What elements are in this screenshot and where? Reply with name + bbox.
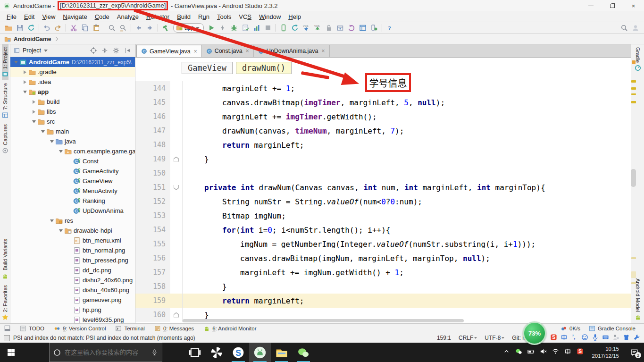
tree-item--idea[interactable]: .idea bbox=[10, 77, 135, 87]
collapse-all-icon[interactable] bbox=[100, 46, 109, 55]
taskbar-app-task-view[interactable] bbox=[184, 343, 206, 362]
find-button[interactable] bbox=[106, 23, 117, 33]
tree-item--gradle[interactable]: .gradle bbox=[10, 67, 135, 77]
code-line-157[interactable]: 157marginLeft += imgNum.getWidth() + 1; bbox=[135, 265, 631, 279]
smiley-button[interactable] bbox=[581, 334, 588, 342]
start-button[interactable] bbox=[0, 343, 22, 362]
toolwindow-button-todo[interactable]: TODO bbox=[20, 325, 44, 332]
code-line-156[interactable]: 156canvas.drawBitmap(imgNum, marginLeft,… bbox=[135, 251, 631, 265]
tree-item-libs[interactable]: libs bbox=[10, 107, 135, 117]
tree-item-drawable-hdpi[interactable]: drawable-hdpi bbox=[10, 226, 135, 236]
avd-button[interactable] bbox=[278, 23, 289, 33]
editor-scrollbar-thumb[interactable] bbox=[631, 169, 636, 187]
cut-button[interactable] bbox=[68, 23, 79, 33]
action-center-button[interactable]: 2 bbox=[627, 348, 641, 356]
back-button[interactable] bbox=[133, 23, 144, 33]
code-line-146[interactable]: 146marginLeft += imgTimer.getWidth(); bbox=[135, 109, 631, 124]
stripe-button-build-variants[interactable]: Build Variants bbox=[2, 236, 8, 282]
menu-tools[interactable]: Tools bbox=[213, 12, 235, 21]
lightning-button[interactable] bbox=[217, 23, 228, 33]
status-message[interactable]: PSI and index do not match: PSI and inde… bbox=[13, 335, 195, 341]
coverage-button[interactable] bbox=[240, 23, 251, 33]
toolwindow-button-messages[interactable]: 0: Messages bbox=[154, 325, 194, 332]
vcs-down-button[interactable]: VCS bbox=[301, 23, 312, 33]
stop-button[interactable] bbox=[262, 23, 274, 33]
tree-item-btn-pressed-png[interactable]: btn_pressed.png bbox=[10, 255, 135, 265]
menu-view[interactable]: View bbox=[38, 12, 59, 21]
hammer-button[interactable] bbox=[160, 23, 171, 33]
tree-item-dd-dc-png[interactable]: dd_dc.png bbox=[10, 265, 135, 275]
settings-gear-icon[interactable] bbox=[111, 46, 121, 55]
stripe-button-captures[interactable]: Captures bbox=[2, 121, 8, 157]
tree-item-main[interactable]: main bbox=[10, 126, 135, 136]
toolwindow-button-android-monitor[interactable]: 6: Android Monitor bbox=[203, 325, 256, 332]
fold-marker[interactable] bbox=[174, 157, 179, 162]
sync-button[interactable] bbox=[289, 23, 301, 33]
editor-tab-gameview-java[interactable]: CGameView.java× bbox=[136, 45, 202, 57]
ime-zh-blue-button[interactable] bbox=[560, 334, 568, 342]
copy-button[interactable] bbox=[79, 23, 91, 33]
code-line-155[interactable]: 155imgNum = getNumberImg(Integer.valueOf… bbox=[135, 237, 631, 251]
toolwindow-button-version-control[interactable]: 9: Version Control bbox=[54, 325, 106, 332]
tree-item-androidgame[interactable]: AndroidGameD:\20162311_zzr_exp5\ bbox=[10, 57, 135, 67]
stripe-button-7-structure[interactable]: 7: Structure bbox=[2, 80, 8, 121]
vcs-up-button[interactable]: VCS bbox=[312, 23, 323, 33]
menu-file[interactable]: File bbox=[3, 12, 20, 21]
editor-crumb-drawnum-[interactable]: drawNum() bbox=[236, 62, 292, 74]
taskbar-clock[interactable]: 10:15 2017/12/15 bbox=[592, 345, 619, 359]
toolwindow-toggle-icon[interactable] bbox=[4, 325, 10, 332]
keyboard-button[interactable] bbox=[602, 334, 609, 342]
tree-item-hp-png[interactable]: hp.png bbox=[10, 305, 135, 315]
code-line-152[interactable]: 152String numStr = String.valueOf(num<0?… bbox=[135, 194, 631, 209]
tree-item-ranking[interactable]: CRanking bbox=[10, 196, 135, 206]
tray-battery-button[interactable] bbox=[527, 348, 535, 357]
taskbar-app-sogou-browser[interactable]: S bbox=[227, 343, 249, 362]
status-message-icon[interactable] bbox=[4, 335, 10, 341]
locate-icon[interactable] bbox=[89, 46, 98, 55]
sogou-s-button[interactable]: S bbox=[550, 334, 557, 342]
profile-button[interactable] bbox=[251, 23, 262, 33]
toolwindow-button-0k-s[interactable]: 0K/s bbox=[560, 325, 580, 332]
forward-button[interactable] bbox=[144, 23, 156, 33]
tree-item-res[interactable]: res bbox=[10, 216, 135, 226]
tree-item-level69x35-png[interactable]: level69x35.png bbox=[10, 315, 135, 323]
tab-close-icon[interactable]: × bbox=[194, 48, 197, 55]
paste-button[interactable] bbox=[91, 23, 102, 33]
mic-button[interactable] bbox=[592, 334, 599, 342]
project-view-dropdown-icon[interactable] bbox=[44, 50, 48, 52]
editor-crumb-gameview[interactable]: GameView bbox=[182, 62, 233, 74]
taskbar-app-pinwheel[interactable] bbox=[206, 343, 227, 362]
menu-edit[interactable]: Edit bbox=[20, 12, 38, 21]
stripe-button-2-favorites[interactable]: 2: Favorites bbox=[2, 282, 8, 323]
avatar-button[interactable] bbox=[630, 23, 641, 33]
code-editor-area[interactable]: GameViewdrawNum() 144marginLeft += 1;145… bbox=[135, 58, 631, 323]
tree-item-gameactivity[interactable]: CGameActivity bbox=[10, 166, 135, 176]
close-button[interactable]: × bbox=[623, 0, 644, 11]
code-line-153[interactable]: 153Bitmap imgNum; bbox=[135, 209, 631, 223]
passport-button[interactable] bbox=[612, 334, 619, 342]
breadcrumb[interactable]: AndroidGame bbox=[14, 36, 51, 42]
code-line-148[interactable]: 148return marginLeft; bbox=[135, 138, 631, 152]
tree-item-menuactivity[interactable]: CMenuActivity bbox=[10, 186, 135, 196]
menu-help[interactable]: Help bbox=[284, 12, 305, 21]
restore-button[interactable] bbox=[602, 0, 623, 11]
sdk-button[interactable] bbox=[335, 23, 346, 33]
code-line-147[interactable]: 147drawNum(canvas, timeNum, marginLeft, … bbox=[135, 124, 631, 138]
menu-window[interactable]: Window bbox=[255, 12, 284, 21]
code-line-145[interactable]: 145canvas.drawBitmap(imgTimer, marginLef… bbox=[135, 95, 631, 109]
code-line-159[interactable]: 159return marginLeft; bbox=[135, 294, 631, 308]
toolwindow-button-terminal[interactable]: Terminal bbox=[115, 325, 144, 332]
tray-sogou-s-tray-button[interactable]: S bbox=[577, 348, 584, 357]
taskbar-app-wechat[interactable] bbox=[293, 343, 314, 362]
skin-button[interactable] bbox=[623, 334, 630, 342]
stripe-button-1-project[interactable]: 1: Project bbox=[2, 44, 8, 80]
fold-marker[interactable] bbox=[174, 185, 179, 190]
menu-vcs[interactable]: VCS bbox=[235, 12, 255, 21]
taskbar-app-explorer[interactable] bbox=[271, 343, 293, 362]
search-input[interactable] bbox=[65, 349, 147, 356]
replace-button[interactable] bbox=[117, 23, 129, 33]
tray-chevron-up-button[interactable] bbox=[503, 348, 510, 357]
code-line-151[interactable]: 151private int drawNum(Canvas canvas, in… bbox=[135, 180, 631, 194]
line-ending-widget[interactable]: CRLF bbox=[459, 335, 477, 341]
fold-marker[interactable] bbox=[174, 312, 179, 318]
